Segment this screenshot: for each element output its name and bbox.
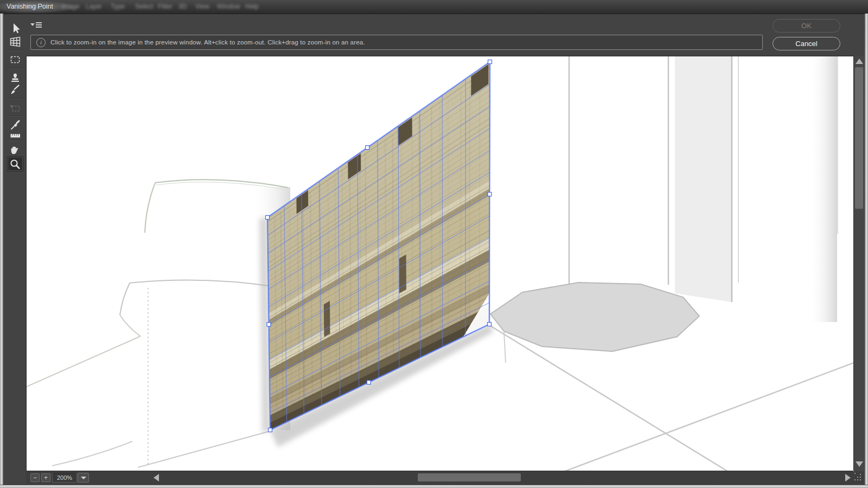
arrow-cursor-icon bbox=[9, 22, 22, 35]
window-border-bottom bbox=[0, 485, 868, 488]
ruler-icon bbox=[9, 130, 22, 141]
flyout-triangle-icon bbox=[30, 23, 35, 26]
info-circle-icon: i bbox=[36, 38, 46, 47]
zoom-dropdown-button[interactable] bbox=[78, 473, 89, 483]
ok-button[interactable]: OK bbox=[773, 19, 840, 33]
menu-item-blurred: Select bbox=[135, 0, 153, 14]
zoom-tool[interactable] bbox=[7, 156, 23, 171]
tool-group-separator bbox=[6, 50, 24, 51]
edit-plane-tool[interactable] bbox=[7, 21, 23, 36]
menu-item-blurred: Window bbox=[217, 0, 240, 14]
menu-item-blurred: Layer bbox=[86, 0, 102, 14]
chevron-down-icon bbox=[81, 477, 86, 479]
menu-item-blurred: Help bbox=[245, 0, 259, 14]
vertical-scrollbar[interactable] bbox=[853, 56, 864, 471]
window-border-left bbox=[0, 14, 3, 485]
resize-grip[interactable] bbox=[853, 471, 864, 484]
dialog-title: Vanishing Point bbox=[7, 0, 53, 14]
bottom-bar: − + bbox=[26, 471, 853, 484]
vscroll-up-arrow[interactable] bbox=[856, 59, 863, 64]
menu-item-blurred: 3D bbox=[178, 0, 187, 14]
magnifier-icon bbox=[9, 158, 22, 171]
hscroll-thumb[interactable] bbox=[418, 473, 521, 481]
zoom-out-button[interactable]: − bbox=[30, 473, 40, 482]
brush-icon bbox=[9, 84, 22, 97]
plane-handle[interactable] bbox=[266, 216, 270, 220]
plane-handle[interactable] bbox=[367, 381, 371, 384]
title-bar: Vanishing Point ImageLayerTypeSelectFilt… bbox=[0, 0, 868, 14]
brush-tool[interactable] bbox=[7, 82, 23, 98]
preview-canvas[interactable] bbox=[26, 56, 854, 471]
plane-handle[interactable] bbox=[488, 323, 492, 326]
settings-flyout-button[interactable] bbox=[30, 21, 43, 29]
grip-dots-icon bbox=[854, 473, 856, 474]
perspective-grid-icon bbox=[9, 35, 22, 48]
measure-tool[interactable] bbox=[7, 129, 23, 141]
hand-tool[interactable] bbox=[7, 142, 23, 157]
marquee-tool[interactable] bbox=[7, 52, 23, 67]
perspective-plane[interactable] bbox=[259, 60, 494, 448]
plane-handle[interactable] bbox=[269, 428, 272, 432]
info-bar: i Click to zoom-in on the image in the p… bbox=[30, 35, 763, 50]
hscroll-right-arrow[interactable] bbox=[845, 474, 851, 481]
dashed-rectangle-icon bbox=[9, 53, 22, 66]
plane-handle[interactable] bbox=[488, 60, 492, 64]
create-plane-tool[interactable] bbox=[7, 34, 23, 49]
zoom-in-button[interactable]: + bbox=[41, 473, 50, 482]
vanishing-point-dialog: Vanishing Point ImageLayerTypeSelectFilt… bbox=[0, 0, 868, 488]
vscroll-thumb[interactable] bbox=[855, 67, 863, 209]
hand-icon bbox=[9, 143, 22, 156]
plane-handle[interactable] bbox=[366, 146, 369, 150]
tool-group-separator bbox=[6, 98, 24, 99]
preview-scene bbox=[27, 56, 854, 471]
transform-icon bbox=[9, 101, 22, 114]
zoom-percentage-input[interactable] bbox=[52, 473, 77, 483]
tool-group-separator bbox=[6, 115, 24, 117]
menu-item-blurred: Image bbox=[61, 0, 79, 14]
cancel-button[interactable]: Cancel bbox=[773, 37, 840, 50]
tool-group-separator bbox=[6, 140, 24, 141]
transform-tool[interactable] bbox=[7, 100, 23, 115]
plane-handle[interactable] bbox=[488, 192, 492, 196]
window-border-right bbox=[865, 14, 868, 485]
menu-item-blurred: Type bbox=[111, 0, 125, 14]
menu-item-blurred: Filter bbox=[158, 0, 173, 14]
hscroll-left-arrow[interactable] bbox=[154, 474, 159, 481]
tool-group-separator bbox=[6, 68, 24, 69]
plane-handle[interactable] bbox=[267, 323, 271, 326]
menu-item-blurred: View bbox=[195, 0, 209, 14]
info-bar-text: Click to zoom-in on the image in the pre… bbox=[50, 39, 365, 46]
vscroll-down-arrow[interactable] bbox=[856, 461, 863, 467]
flyout-menu-icon bbox=[36, 22, 42, 23]
